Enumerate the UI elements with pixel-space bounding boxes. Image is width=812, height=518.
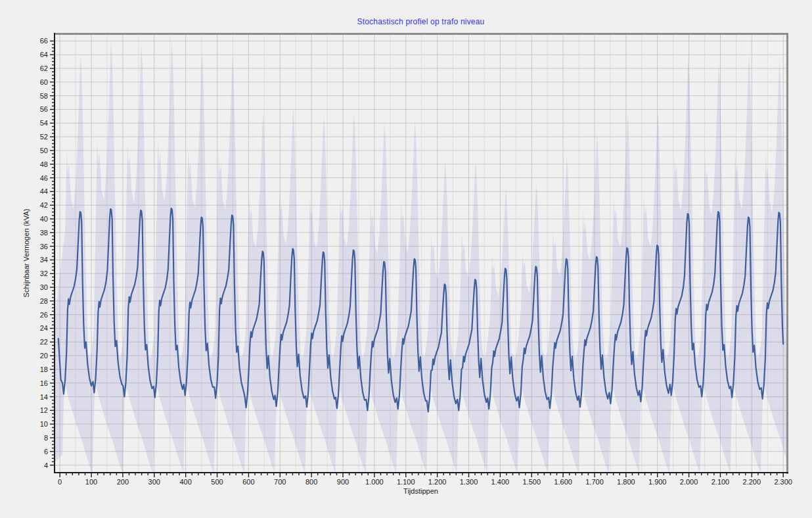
- svg-text:700: 700: [274, 478, 286, 486]
- svg-text:400: 400: [179, 478, 191, 486]
- svg-text:1.900: 1.900: [648, 478, 667, 486]
- svg-text:6: 6: [44, 448, 48, 456]
- svg-text:38: 38: [40, 229, 48, 237]
- svg-text:26: 26: [40, 311, 48, 319]
- svg-text:62: 62: [40, 64, 48, 72]
- svg-text:900: 900: [337, 478, 349, 486]
- svg-text:40: 40: [40, 215, 48, 223]
- svg-text:12: 12: [40, 406, 48, 414]
- svg-text:2.100: 2.100: [711, 478, 730, 486]
- svg-text:58: 58: [40, 92, 48, 100]
- svg-text:2.300: 2.300: [774, 478, 792, 486]
- chart-title: Stochastisch profiel op trafo niveau: [55, 17, 786, 26]
- svg-text:1.800: 1.800: [617, 478, 635, 486]
- svg-text:44: 44: [40, 187, 48, 195]
- svg-text:34: 34: [40, 256, 48, 264]
- svg-text:300: 300: [148, 478, 160, 486]
- svg-text:18: 18: [40, 365, 48, 373]
- svg-text:1.300: 1.300: [460, 478, 478, 486]
- svg-text:800: 800: [305, 478, 317, 486]
- svg-text:600: 600: [242, 478, 254, 486]
- svg-text:10: 10: [40, 420, 48, 428]
- svg-text:64: 64: [40, 51, 48, 59]
- x-axis-label: Tijdstippen: [55, 487, 786, 495]
- svg-text:1.400: 1.400: [491, 478, 510, 486]
- svg-text:1.100: 1.100: [397, 478, 415, 486]
- svg-text:66: 66: [40, 37, 48, 45]
- y-axis-label: Schijnbaar Vermogen (kVA): [22, 209, 30, 298]
- svg-text:100: 100: [85, 478, 97, 486]
- svg-text:20: 20: [40, 352, 48, 360]
- svg-text:24: 24: [40, 324, 48, 332]
- svg-text:36: 36: [40, 243, 48, 250]
- svg-text:60: 60: [40, 78, 48, 86]
- svg-text:56: 56: [40, 105, 48, 113]
- svg-text:52: 52: [40, 133, 48, 141]
- svg-text:2.000: 2.000: [680, 478, 698, 486]
- svg-text:14: 14: [40, 393, 48, 401]
- svg-text:1.600: 1.600: [554, 478, 572, 486]
- svg-text:50: 50: [40, 147, 48, 154]
- svg-text:2.200: 2.200: [743, 478, 761, 486]
- svg-text:48: 48: [40, 160, 48, 168]
- svg-text:8: 8: [44, 434, 48, 442]
- svg-text:32: 32: [40, 270, 48, 277]
- svg-text:1.500: 1.500: [522, 478, 541, 486]
- svg-text:4: 4: [44, 461, 48, 469]
- svg-text:54: 54: [40, 119, 48, 127]
- svg-text:200: 200: [117, 478, 129, 486]
- svg-text:1.000: 1.000: [365, 478, 384, 486]
- svg-text:16: 16: [40, 379, 48, 387]
- svg-text:22: 22: [40, 338, 48, 346]
- svg-text:0: 0: [58, 478, 62, 486]
- svg-text:30: 30: [40, 283, 48, 291]
- svg-text:500: 500: [211, 478, 223, 486]
- stochastic-profile-chart: 01002003004005006007008009001.0001.1001.…: [0, 0, 812, 518]
- svg-text:1.200: 1.200: [428, 478, 447, 486]
- svg-text:1.700: 1.700: [585, 478, 604, 486]
- svg-text:46: 46: [40, 174, 48, 182]
- svg-text:28: 28: [40, 297, 48, 305]
- svg-text:42: 42: [40, 201, 48, 209]
